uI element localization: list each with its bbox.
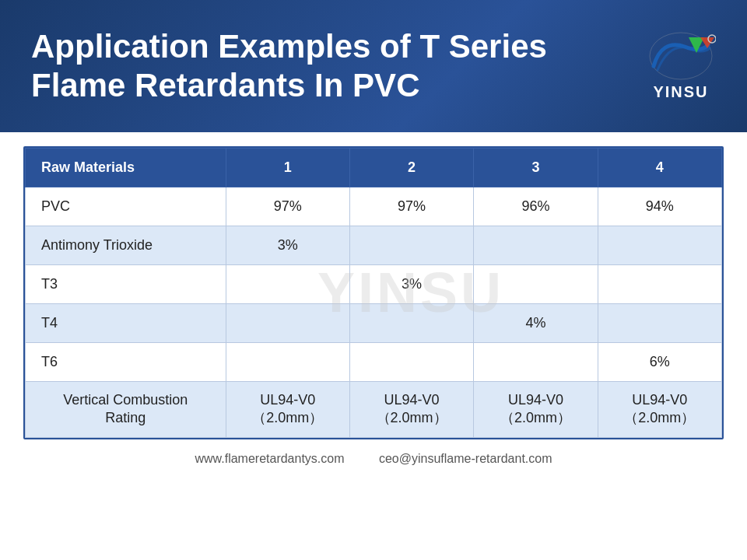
data-table-wrapper: Raw Materials 1 2 3 4 PVC 97% 97% 96% 94… (23, 146, 724, 439)
table-row: Antimony Trioxide 3% (26, 226, 722, 265)
row-cell: 94% (598, 187, 721, 226)
col-header-2: 2 (349, 149, 473, 187)
row-cell (474, 265, 598, 304)
table-row: Vertical CombustionRating UL94-V0（2.0mm）… (26, 382, 722, 438)
row-cell (474, 226, 598, 265)
row-cell (349, 226, 473, 265)
row-cell (349, 304, 473, 343)
row-cell: UL94-V0（2.0mm） (226, 382, 349, 438)
table-row: T6 6% (26, 343, 722, 382)
row-cell: 6% (598, 343, 721, 382)
title-line1: Application Examples of T Series (31, 28, 547, 65)
table-row: T4 4% (26, 304, 722, 343)
page-footer: www.flameretardantys.com ceo@yinsuflame-… (23, 452, 724, 466)
row-cell: 97% (226, 187, 349, 226)
row-cell (474, 343, 598, 382)
row-label: T3 (26, 265, 226, 304)
row-cell: 96% (474, 187, 598, 226)
table-row: T3 3% (26, 265, 722, 304)
row-label: PVC (26, 187, 226, 226)
title-line2: Flame Retardants In PVC (31, 67, 419, 103)
row-cell: UL94-V0（2.0mm） (349, 382, 473, 438)
page-title: Application Examples of T Series Flame R… (31, 27, 630, 106)
row-cell: 4% (474, 304, 598, 343)
row-label: Antimony Trioxide (26, 226, 226, 265)
yinsu-logo-icon (646, 31, 716, 82)
logo-container: YINSU (646, 31, 716, 101)
table-container: YINSU Raw Materials 1 2 3 4 PVC 9 (23, 146, 724, 439)
data-table: Raw Materials 1 2 3 4 PVC 97% 97% 96% 94… (25, 148, 722, 438)
row-label: T4 (26, 304, 226, 343)
footer-website: www.flameretardantys.com (195, 452, 344, 465)
row-cell (226, 304, 349, 343)
footer-email: ceo@yinsuflame-retardant.com (379, 452, 552, 465)
row-cell (349, 343, 473, 382)
row-label: T6 (26, 343, 226, 382)
row-cell: 97% (349, 187, 473, 226)
row-cell (598, 226, 721, 265)
row-cell: 3% (349, 265, 473, 304)
main-content: YINSU Raw Materials 1 2 3 4 PVC 9 (0, 132, 747, 474)
row-cell (598, 265, 721, 304)
col-header-materials: Raw Materials (26, 149, 226, 187)
row-cell: UL94-V0（2.0mm） (474, 382, 598, 438)
row-cell (226, 343, 349, 382)
col-header-4: 4 (598, 149, 721, 187)
table-header-row: Raw Materials 1 2 3 4 (26, 149, 722, 187)
logo-text: YINSU (653, 83, 708, 101)
col-header-1: 1 (226, 149, 349, 187)
col-header-3: 3 (474, 149, 598, 187)
page-header: Application Examples of T Series Flame R… (0, 0, 747, 132)
row-cell: 3% (226, 226, 349, 265)
table-row: PVC 97% 97% 96% 94% (26, 187, 722, 226)
row-cell: UL94-V0（2.0mm） (598, 382, 721, 438)
row-label: Vertical CombustionRating (26, 382, 226, 438)
row-cell (598, 304, 721, 343)
row-cell (226, 265, 349, 304)
